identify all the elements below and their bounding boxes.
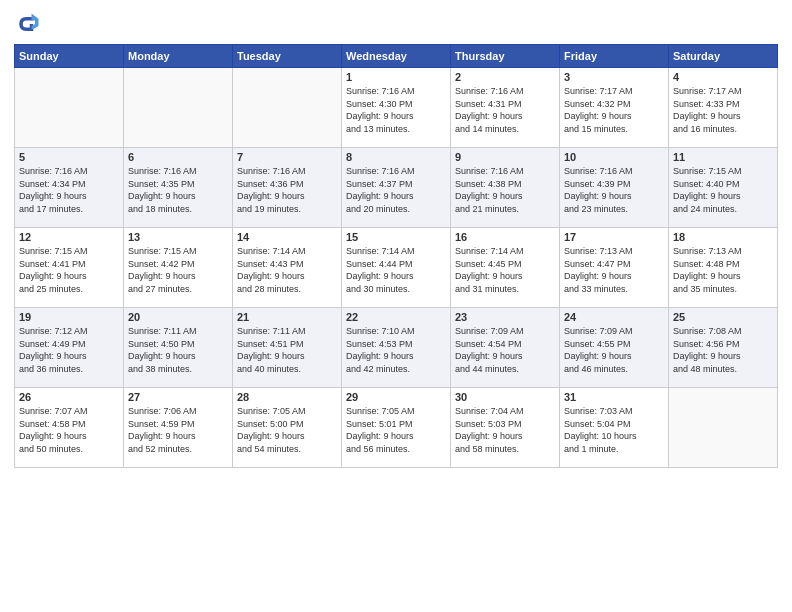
day-detail: Sunrise: 7:14 AM Sunset: 4:45 PM Dayligh… — [455, 245, 555, 295]
calendar-cell: 24Sunrise: 7:09 AM Sunset: 4:55 PM Dayli… — [560, 308, 669, 388]
calendar-cell — [669, 388, 778, 468]
calendar-cell: 3Sunrise: 7:17 AM Sunset: 4:32 PM Daylig… — [560, 68, 669, 148]
calendar-cell — [15, 68, 124, 148]
day-number: 9 — [455, 151, 555, 163]
calendar-cell: 13Sunrise: 7:15 AM Sunset: 4:42 PM Dayli… — [124, 228, 233, 308]
calendar-cell: 11Sunrise: 7:15 AM Sunset: 4:40 PM Dayli… — [669, 148, 778, 228]
day-number: 10 — [564, 151, 664, 163]
weekday-header-sunday: Sunday — [15, 45, 124, 68]
day-number: 26 — [19, 391, 119, 403]
calendar-cell: 19Sunrise: 7:12 AM Sunset: 4:49 PM Dayli… — [15, 308, 124, 388]
calendar-cell: 26Sunrise: 7:07 AM Sunset: 4:58 PM Dayli… — [15, 388, 124, 468]
day-detail: Sunrise: 7:15 AM Sunset: 4:40 PM Dayligh… — [673, 165, 773, 215]
calendar-cell: 31Sunrise: 7:03 AM Sunset: 5:04 PM Dayli… — [560, 388, 669, 468]
day-detail: Sunrise: 7:17 AM Sunset: 4:32 PM Dayligh… — [564, 85, 664, 135]
day-detail: Sunrise: 7:05 AM Sunset: 5:01 PM Dayligh… — [346, 405, 446, 455]
calendar-table: SundayMondayTuesdayWednesdayThursdayFrid… — [14, 44, 778, 468]
day-detail: Sunrise: 7:12 AM Sunset: 4:49 PM Dayligh… — [19, 325, 119, 375]
day-detail: Sunrise: 7:10 AM Sunset: 4:53 PM Dayligh… — [346, 325, 446, 375]
calendar-cell — [233, 68, 342, 148]
day-detail: Sunrise: 7:16 AM Sunset: 4:36 PM Dayligh… — [237, 165, 337, 215]
calendar-week-2: 5Sunrise: 7:16 AM Sunset: 4:34 PM Daylig… — [15, 148, 778, 228]
day-detail: Sunrise: 7:16 AM Sunset: 4:34 PM Dayligh… — [19, 165, 119, 215]
day-number: 7 — [237, 151, 337, 163]
day-number: 15 — [346, 231, 446, 243]
calendar-cell: 21Sunrise: 7:11 AM Sunset: 4:51 PM Dayli… — [233, 308, 342, 388]
calendar-week-5: 26Sunrise: 7:07 AM Sunset: 4:58 PM Dayli… — [15, 388, 778, 468]
calendar-cell: 1Sunrise: 7:16 AM Sunset: 4:30 PM Daylig… — [342, 68, 451, 148]
day-number: 13 — [128, 231, 228, 243]
day-detail: Sunrise: 7:03 AM Sunset: 5:04 PM Dayligh… — [564, 405, 664, 455]
calendar-cell: 14Sunrise: 7:14 AM Sunset: 4:43 PM Dayli… — [233, 228, 342, 308]
day-detail: Sunrise: 7:16 AM Sunset: 4:39 PM Dayligh… — [564, 165, 664, 215]
calendar-cell: 17Sunrise: 7:13 AM Sunset: 4:47 PM Dayli… — [560, 228, 669, 308]
day-number: 6 — [128, 151, 228, 163]
calendar-cell: 12Sunrise: 7:15 AM Sunset: 4:41 PM Dayli… — [15, 228, 124, 308]
calendar-cell: 16Sunrise: 7:14 AM Sunset: 4:45 PM Dayli… — [451, 228, 560, 308]
day-number: 29 — [346, 391, 446, 403]
day-number: 3 — [564, 71, 664, 83]
weekday-header-row: SundayMondayTuesdayWednesdayThursdayFrid… — [15, 45, 778, 68]
weekday-header-wednesday: Wednesday — [342, 45, 451, 68]
calendar-cell: 9Sunrise: 7:16 AM Sunset: 4:38 PM Daylig… — [451, 148, 560, 228]
day-detail: Sunrise: 7:09 AM Sunset: 4:55 PM Dayligh… — [564, 325, 664, 375]
day-number: 17 — [564, 231, 664, 243]
day-detail: Sunrise: 7:08 AM Sunset: 4:56 PM Dayligh… — [673, 325, 773, 375]
day-detail: Sunrise: 7:04 AM Sunset: 5:03 PM Dayligh… — [455, 405, 555, 455]
calendar-cell: 6Sunrise: 7:16 AM Sunset: 4:35 PM Daylig… — [124, 148, 233, 228]
calendar-cell: 2Sunrise: 7:16 AM Sunset: 4:31 PM Daylig… — [451, 68, 560, 148]
logo — [14, 10, 46, 38]
calendar-cell: 30Sunrise: 7:04 AM Sunset: 5:03 PM Dayli… — [451, 388, 560, 468]
day-detail: Sunrise: 7:07 AM Sunset: 4:58 PM Dayligh… — [19, 405, 119, 455]
day-number: 20 — [128, 311, 228, 323]
day-number: 22 — [346, 311, 446, 323]
day-detail: Sunrise: 7:16 AM Sunset: 4:30 PM Dayligh… — [346, 85, 446, 135]
calendar-cell: 18Sunrise: 7:13 AM Sunset: 4:48 PM Dayli… — [669, 228, 778, 308]
day-detail: Sunrise: 7:13 AM Sunset: 4:47 PM Dayligh… — [564, 245, 664, 295]
day-number: 14 — [237, 231, 337, 243]
weekday-header-friday: Friday — [560, 45, 669, 68]
weekday-header-tuesday: Tuesday — [233, 45, 342, 68]
calendar-cell: 29Sunrise: 7:05 AM Sunset: 5:01 PM Dayli… — [342, 388, 451, 468]
calendar-cell: 10Sunrise: 7:16 AM Sunset: 4:39 PM Dayli… — [560, 148, 669, 228]
weekday-header-thursday: Thursday — [451, 45, 560, 68]
calendar-cell: 15Sunrise: 7:14 AM Sunset: 4:44 PM Dayli… — [342, 228, 451, 308]
calendar-cell: 20Sunrise: 7:11 AM Sunset: 4:50 PM Dayli… — [124, 308, 233, 388]
day-detail: Sunrise: 7:11 AM Sunset: 4:50 PM Dayligh… — [128, 325, 228, 375]
day-detail: Sunrise: 7:05 AM Sunset: 5:00 PM Dayligh… — [237, 405, 337, 455]
calendar-cell: 28Sunrise: 7:05 AM Sunset: 5:00 PM Dayli… — [233, 388, 342, 468]
calendar-week-4: 19Sunrise: 7:12 AM Sunset: 4:49 PM Dayli… — [15, 308, 778, 388]
calendar-cell: 5Sunrise: 7:16 AM Sunset: 4:34 PM Daylig… — [15, 148, 124, 228]
day-detail: Sunrise: 7:14 AM Sunset: 4:43 PM Dayligh… — [237, 245, 337, 295]
day-number: 19 — [19, 311, 119, 323]
calendar-cell: 4Sunrise: 7:17 AM Sunset: 4:33 PM Daylig… — [669, 68, 778, 148]
day-detail: Sunrise: 7:06 AM Sunset: 4:59 PM Dayligh… — [128, 405, 228, 455]
day-detail: Sunrise: 7:16 AM Sunset: 4:31 PM Dayligh… — [455, 85, 555, 135]
day-number: 5 — [19, 151, 119, 163]
calendar-cell: 27Sunrise: 7:06 AM Sunset: 4:59 PM Dayli… — [124, 388, 233, 468]
calendar-week-3: 12Sunrise: 7:15 AM Sunset: 4:41 PM Dayli… — [15, 228, 778, 308]
day-number: 16 — [455, 231, 555, 243]
day-number: 2 — [455, 71, 555, 83]
day-detail: Sunrise: 7:15 AM Sunset: 4:42 PM Dayligh… — [128, 245, 228, 295]
calendar-week-1: 1Sunrise: 7:16 AM Sunset: 4:30 PM Daylig… — [15, 68, 778, 148]
calendar-cell — [124, 68, 233, 148]
day-number: 24 — [564, 311, 664, 323]
day-number: 30 — [455, 391, 555, 403]
day-detail: Sunrise: 7:09 AM Sunset: 4:54 PM Dayligh… — [455, 325, 555, 375]
day-number: 4 — [673, 71, 773, 83]
logo-icon — [14, 10, 42, 38]
day-number: 11 — [673, 151, 773, 163]
day-number: 18 — [673, 231, 773, 243]
day-detail: Sunrise: 7:15 AM Sunset: 4:41 PM Dayligh… — [19, 245, 119, 295]
day-number: 28 — [237, 391, 337, 403]
weekday-header-monday: Monday — [124, 45, 233, 68]
day-detail: Sunrise: 7:13 AM Sunset: 4:48 PM Dayligh… — [673, 245, 773, 295]
day-number: 25 — [673, 311, 773, 323]
calendar-cell: 7Sunrise: 7:16 AM Sunset: 4:36 PM Daylig… — [233, 148, 342, 228]
day-detail: Sunrise: 7:16 AM Sunset: 4:37 PM Dayligh… — [346, 165, 446, 215]
calendar-cell: 23Sunrise: 7:09 AM Sunset: 4:54 PM Dayli… — [451, 308, 560, 388]
calendar-cell: 25Sunrise: 7:08 AM Sunset: 4:56 PM Dayli… — [669, 308, 778, 388]
weekday-header-saturday: Saturday — [669, 45, 778, 68]
day-number: 12 — [19, 231, 119, 243]
